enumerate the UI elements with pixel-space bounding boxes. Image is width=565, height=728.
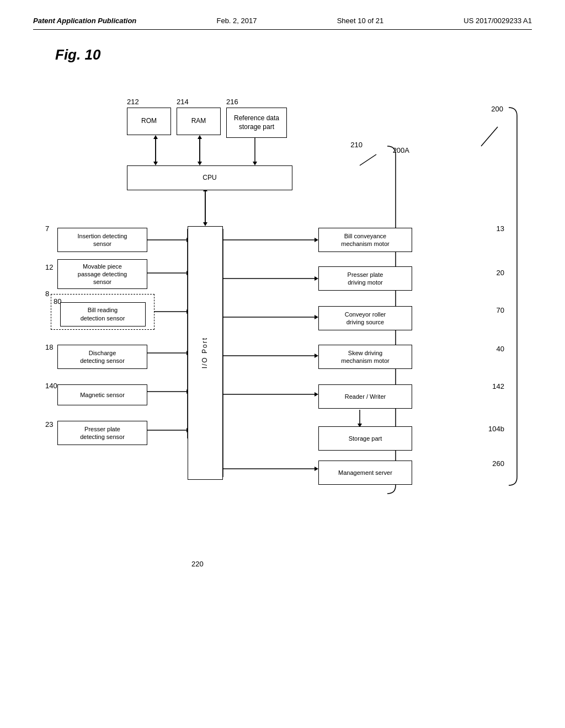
svg-line-43 xyxy=(481,127,498,146)
movable-label: Movable piece passage detecting sensor xyxy=(78,263,127,286)
presser-plate-det-label: Presser plate detecting sensor xyxy=(80,425,125,441)
svg-marker-31 xyxy=(315,315,318,319)
ref-7: 7 xyxy=(45,224,49,233)
ref-data-box: Reference data storage part xyxy=(226,108,287,138)
magnetic-label: Magnetic sensor xyxy=(80,391,125,399)
ref-200A: 200A xyxy=(393,146,409,154)
ref-200: 200 xyxy=(491,105,503,113)
cpu-box: CPU xyxy=(127,165,292,190)
svg-marker-1 xyxy=(153,162,158,165)
ref-260: 260 xyxy=(492,459,504,468)
ref-210: 210 xyxy=(350,141,363,149)
ref-216: 216 xyxy=(226,98,238,106)
svg-marker-5 xyxy=(253,162,257,165)
insertion-label: Insertion detecting sensor xyxy=(78,232,127,248)
ram-label: RAM xyxy=(191,117,206,126)
header-sheet: Sheet 10 of 21 xyxy=(337,17,384,25)
ref-13: 13 xyxy=(497,224,504,233)
storage-label: Storage part xyxy=(349,435,382,442)
svg-marker-27 xyxy=(315,238,318,242)
rom-label: ROM xyxy=(141,117,157,126)
reader-writer-label: Reader / Writer xyxy=(345,393,386,400)
svg-marker-39 xyxy=(315,467,318,471)
svg-marker-33 xyxy=(315,354,318,358)
presser-plate-drv-box: Presser plate driving motor xyxy=(318,266,412,291)
figure-title: Fig. 10 xyxy=(55,46,532,63)
dashed-box-8: 80 Bill reading detection sensor xyxy=(51,294,154,330)
svg-marker-35 xyxy=(315,392,318,397)
ref-40: 40 xyxy=(497,345,504,353)
presser-plate-drv-label: Presser plate driving motor xyxy=(348,271,383,287)
ref-220: 220 xyxy=(191,560,204,568)
ref-142: 142 xyxy=(492,382,504,390)
page-header: Patent Application Publication Feb. 2, 2… xyxy=(33,17,532,30)
cpu-label: CPU xyxy=(202,174,216,183)
discharge-label: Discharge detecting sensor xyxy=(80,349,125,365)
conveyor-roller-box: Conveyor roller driving source xyxy=(318,306,412,330)
bill-conv-box: Bill conveyance mechanism motor xyxy=(318,228,412,252)
presser-plate-det-box: Presser plate detecting sensor xyxy=(57,421,147,445)
ref-18: 18 xyxy=(45,343,53,351)
diagram-area: 200 200A 212 ROM 214 RAM 216 Reference d… xyxy=(45,74,520,615)
ref-214: 214 xyxy=(177,98,189,106)
svg-marker-7 xyxy=(153,135,158,139)
ref-140: 140 xyxy=(45,382,57,390)
ref-70: 70 xyxy=(497,306,504,314)
ref-8: 8 xyxy=(45,290,49,298)
discharge-sensor-box: Discharge detecting sensor xyxy=(57,345,147,369)
skew-driving-label: Skew driving mechanism motor xyxy=(341,349,389,365)
magnetic-sensor-box: Magnetic sensor xyxy=(57,384,147,405)
io-label: I/O Port xyxy=(201,337,210,368)
mgmt-server-box: Management server xyxy=(318,461,412,485)
header-date: Feb. 2, 2017 xyxy=(216,17,257,25)
mgmt-server-label: Management server xyxy=(338,469,392,477)
header-publication: Patent Application Publication xyxy=(33,17,136,25)
svg-line-44 xyxy=(360,154,376,165)
conveyor-roller-label: Conveyor roller driving source xyxy=(345,311,386,326)
rom-box: ROM xyxy=(127,108,171,135)
ref-23: 23 xyxy=(45,420,53,429)
reader-writer-box: Reader / Writer xyxy=(318,384,412,409)
bill-reading-label: Bill reading detection sensor xyxy=(81,306,125,322)
ref-12: 12 xyxy=(45,263,53,271)
bill-conv-label: Bill conveyance mechanism motor xyxy=(341,232,389,248)
ref-20: 20 xyxy=(497,269,504,277)
svg-marker-3 xyxy=(198,162,202,165)
io-port-box: I/O Port xyxy=(188,226,223,480)
ref-212: 212 xyxy=(127,98,139,106)
svg-marker-12 xyxy=(203,222,207,226)
ram-box: RAM xyxy=(177,108,221,135)
skew-driving-box: Skew driving mechanism motor xyxy=(318,345,412,369)
movable-sensor-box: Movable piece passage detecting sensor xyxy=(57,259,147,289)
page: Patent Application Publication Feb. 2, 2… xyxy=(0,0,565,728)
svg-marker-29 xyxy=(315,276,318,281)
header-patent: US 2017/0029233 A1 xyxy=(463,17,532,25)
storage-box: Storage part xyxy=(318,426,412,451)
ref-104b: 104b xyxy=(488,425,504,433)
svg-marker-9 xyxy=(198,135,202,139)
bill-reading-sensor-box: Bill reading detection sensor xyxy=(60,302,146,326)
ref-data-label: Reference data storage part xyxy=(234,114,279,131)
insertion-sensor-box: Insertion detecting sensor xyxy=(57,228,147,252)
